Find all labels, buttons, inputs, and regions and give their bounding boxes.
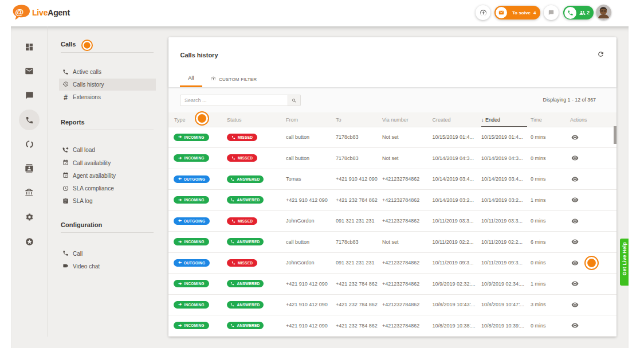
svg-text:@: @ xyxy=(15,7,23,17)
